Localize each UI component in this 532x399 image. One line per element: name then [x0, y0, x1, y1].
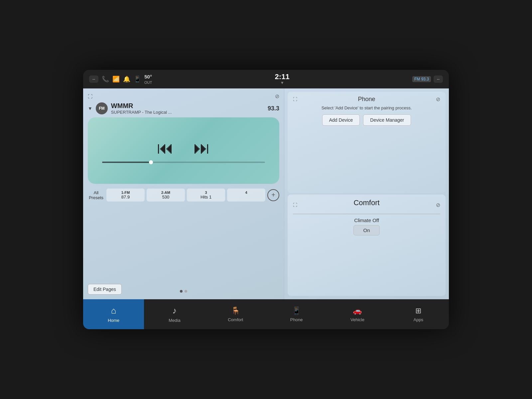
infotainment-screen: -- 📞 📶 🔔 📱 50° OUT 2:11 ▼ FM 93.3 -- — [83, 70, 449, 329]
status-right1-label: -- — [437, 77, 440, 81]
phone-widget: ⛶ Phone ⊘ Select 'Add Device' to start t… — [288, 92, 446, 193]
station-song: SUPERTRAMP - The Logical ... — [111, 110, 264, 115]
preset-2[interactable]: 2-AM 530 — [147, 189, 185, 201]
nav-item-vehicle[interactable]: 🚗 Vehicle — [327, 299, 388, 329]
nav-item-home[interactable]: ⌂ Home — [83, 299, 144, 329]
status-left: -- 📞 📶 🔔 📱 50° OUT — [89, 73, 152, 85]
comfort-divider — [293, 214, 440, 214]
comfort-label: Comfort — [228, 317, 243, 322]
page-dot-2 — [185, 290, 187, 293]
progress-thumb — [149, 160, 153, 164]
status-center: 2:11 ▼ — [275, 73, 290, 85]
phone-pairing-message: Select 'Add Device' to start the pairing… — [293, 105, 440, 110]
player-controls: ⏮ ⏭ — [157, 140, 210, 156]
device-manager-button[interactable]: Device Manager — [363, 114, 411, 126]
preset-1[interactable]: 1-FM 87.9 — [106, 189, 145, 201]
phone-widget-header: ⛶ Phone ⊘ — [293, 96, 440, 103]
climate-toggle-button[interactable]: On — [353, 225, 379, 235]
station-freq: 93.3 — [268, 105, 279, 112]
phone-nav-icon: 📱 — [292, 307, 301, 315]
comfort-expand-icon[interactable]: ⛶ — [293, 202, 297, 207]
signal-icon: 📶 — [112, 75, 120, 83]
phone-buttons: Add Device Device Manager — [293, 114, 440, 126]
mobile-icon: 📱 — [134, 75, 141, 83]
preset-4[interactable]: 4 — [227, 189, 265, 201]
media-label: Media — [169, 318, 180, 323]
dropdown-arrow-icon[interactable]: ▼ — [88, 106, 92, 111]
expand-icon[interactable]: ⛶ — [88, 94, 92, 99]
station-info: WMMR SUPERTRAMP - The Logical ... — [111, 102, 264, 115]
nav-item-comfort[interactable]: 🪑 Comfort — [205, 299, 266, 329]
status-left1-label: -- — [92, 77, 95, 81]
progress-fill — [102, 162, 151, 163]
all-presets-button[interactable]: All Presets — [88, 190, 104, 200]
skip-icon[interactable]: ⊘ — [275, 93, 279, 99]
nav-item-apps[interactable]: ⊞ Apps — [388, 299, 449, 329]
edit-pages-button[interactable]: Edit Pages — [88, 284, 122, 295]
media-panel-header: ⛶ ⊘ — [88, 93, 279, 99]
comfort-widget-title: Comfort — [353, 199, 379, 207]
phone-expand-icon[interactable]: ⛶ — [293, 97, 297, 102]
main-content: ⛶ ⊘ ▼ FM WMMR SUPERTRAMP - The Logical .… — [83, 88, 449, 299]
home-label: Home — [108, 318, 119, 323]
media-info: ▼ FM WMMR SUPERTRAMP - The Logical ... 9… — [88, 102, 279, 115]
right-panel: ⛶ Phone ⊘ Select 'Add Device' to start t… — [284, 88, 449, 299]
phone-skip-icon[interactable]: ⊘ — [436, 96, 440, 102]
presets-row: All Presets 1-FM 87.9 2-AM 530 3 Hits 1 … — [88, 189, 279, 201]
fm-badge: FM 93.3 — [412, 76, 431, 82]
bottom-navigation: ⌂ Home ♪ Media 🪑 Comfort 📱 Phone 🚗 Vehic… — [83, 299, 449, 329]
status-right: FM 93.3 -- — [412, 75, 443, 83]
comfort-widget-header: ⛶ Comfort ⊘ — [293, 199, 440, 211]
add-device-button[interactable]: Add Device — [322, 114, 360, 126]
phone-icon: 📞 — [102, 75, 109, 83]
comfort-icon: 🪑 — [231, 307, 240, 315]
next-track-button[interactable]: ⏭ — [194, 140, 210, 156]
prev-track-button[interactable]: ⏮ — [157, 140, 174, 156]
status-btn-left1[interactable]: -- — [89, 75, 98, 83]
temperature-label: OUT — [144, 80, 152, 85]
clock-display: 2:11 — [275, 73, 290, 80]
vehicle-icon: 🚗 — [353, 307, 362, 315]
page-indicators — [180, 290, 187, 293]
phone-label: Phone — [290, 317, 303, 322]
apps-label: Apps — [413, 317, 423, 322]
add-preset-button[interactable]: + — [267, 189, 279, 201]
comfort-skip-icon[interactable]: ⊘ — [436, 202, 440, 208]
progress-bar[interactable] — [102, 162, 265, 163]
comfort-widget: ⛶ Comfort ⊘ Climate Off On — [288, 195, 446, 296]
climate-label: Climate Off — [293, 217, 440, 223]
nav-item-phone[interactable]: 📱 Phone — [266, 299, 327, 329]
player-area: ⏮ ⏭ — [88, 117, 279, 184]
home-icon: ⌂ — [111, 306, 116, 316]
fm-indicator: FM — [96, 102, 108, 114]
nav-item-media[interactable]: ♪ Media — [144, 299, 205, 329]
climate-row: Climate Off On — [293, 217, 440, 235]
status-btn-right1[interactable]: -- — [434, 75, 443, 83]
chevron-down-icon: ▼ — [280, 80, 284, 85]
preset-3[interactable]: 3 Hits 1 — [187, 189, 225, 201]
station-name: WMMR — [111, 102, 264, 110]
temperature-display: 50° OUT — [144, 73, 152, 85]
page-dot-1 — [180, 290, 183, 293]
temperature-value: 50° — [144, 73, 152, 80]
media-panel: ⛶ ⊘ ▼ FM WMMR SUPERTRAMP - The Logical .… — [83, 88, 284, 299]
phone-widget-title: Phone — [297, 96, 436, 103]
vehicle-label: Vehicle — [350, 317, 364, 322]
bell-icon: 🔔 — [123, 75, 130, 83]
media-icon: ♪ — [172, 306, 177, 316]
apps-icon: ⊞ — [415, 307, 421, 315]
status-bar: -- 📞 📶 🔔 📱 50° OUT 2:11 ▼ FM 93.3 -- — [83, 70, 449, 88]
